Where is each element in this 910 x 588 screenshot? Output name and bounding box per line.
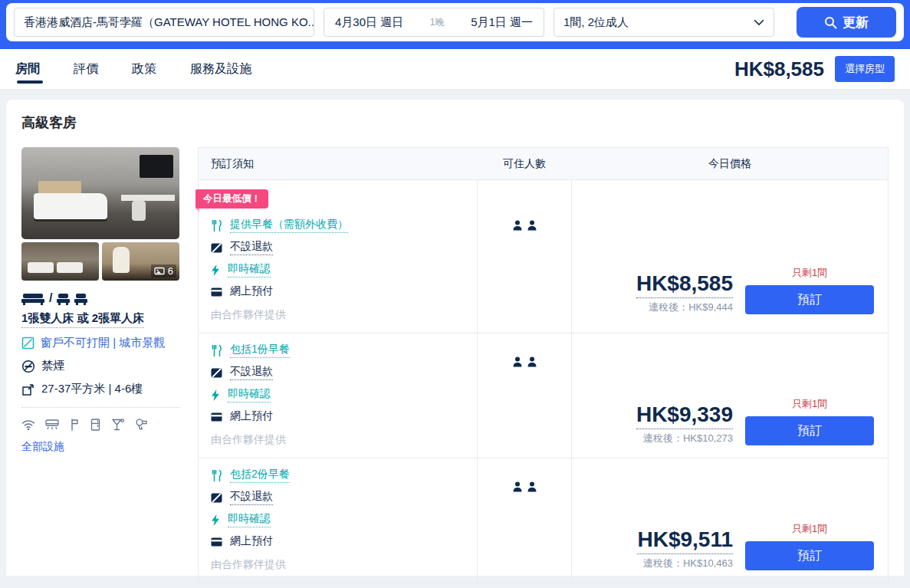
checkout-date[interactable]: 5月1日 週一 [471,15,533,30]
confirm-info[interactable]: 即時確認 [211,387,465,402]
refund-text[interactable]: 不設退款 [230,240,273,255]
refund-info[interactable]: 不設退款 [211,490,465,505]
chevron-down-icon [754,19,764,26]
refund-info[interactable]: 不設退款 [211,240,465,255]
header-price: 今日價格 [572,157,888,171]
room-summary-column: 6 / 1張雙人床 或 2張單人床 [21,147,179,588]
room-photo-thumb-2[interactable]: 6 [102,242,179,281]
payment-info: 網上預付 [211,284,465,299]
single-bed-icon [74,291,87,305]
date-range-picker[interactable]: 4月30日 週日 1晚 5月1日 週一 [324,8,544,37]
bed-type-text[interactable]: 1張雙人床 或 2張單人床 [21,311,144,328]
person-icon [512,481,523,492]
lowest-price-badge: 今日最低價！ [195,189,268,209]
photo-detail [140,155,173,178]
refund-text[interactable]: 不設退款 [230,365,273,380]
select-room-button[interactable]: 選擇房型 [835,56,895,82]
meal-info[interactable]: 提供早餐（需額外收費） [211,218,465,233]
person-icon [512,220,523,231]
tab-amenities[interactable]: 服務及設施 [190,49,251,90]
tab-list: 房間 評價 政策 服務及設施 [15,49,251,90]
window-info-line: 窗戶不可打開 | 城市景觀 [21,336,179,350]
no-refund-icon [211,242,222,254]
no-smoking-icon [21,360,35,373]
tab-rooms[interactable]: 房間 [15,49,40,90]
occupancy-cell [477,333,572,458]
double-bed-icon [21,291,44,305]
smoking-text: 禁煙 [41,359,64,373]
credit-card-icon [211,412,222,422]
person-icon [527,220,537,231]
room-price[interactable]: HK$9,511 [637,527,733,554]
search-bar: 香港港威酒店-馬哥孛羅（GATEWAY HOTEL HONG KO... 4月3… [6,3,904,41]
partner-note: 由合作夥伴提供 [211,433,465,447]
meal-info[interactable]: 包括2份早餐 [211,468,465,483]
payment-info: 網上預付 [211,534,465,549]
no-refund-icon [211,492,222,504]
area-floor-text: 27-37平方米 | 4-6樓 [41,382,143,396]
urgency-note: 只剩1間 [745,266,874,280]
window-icon [21,337,34,350]
confirm-info[interactable]: 即時確認 [211,262,465,278]
header-occupancy: 可住人數 [477,157,572,171]
meal-text[interactable]: 包括2份早餐 [230,468,290,483]
payment-text: 網上預付 [230,409,273,424]
confirm-info[interactable]: 即時確認 [211,512,465,527]
search-icon [824,16,837,29]
meal-text[interactable]: 提供早餐（需額外收費） [230,218,348,233]
confirm-text[interactable]: 即時確認 [228,262,271,278]
urgency-note: 只剩1間 [745,522,874,536]
book-button[interactable]: 預訂 [745,541,874,570]
refund-text[interactable]: 不設退款 [230,490,273,505]
person-icon [527,481,537,492]
meal-info[interactable]: 包括1份早餐 [211,343,465,358]
rate-table: 預訂須知 可住人數 今日價格 今日最低價！ 提供早餐（需額外收費） [198,147,889,588]
book-button[interactable]: 預訂 [745,285,874,314]
cocktail-icon [111,419,125,431]
room-area-icon [21,383,35,396]
no-refund-icon [211,367,222,379]
refund-info[interactable]: 不設退款 [211,365,465,380]
guests-select[interactable]: 1間, 2位成人 [554,8,774,37]
photo-count-value: 6 [168,265,173,277]
checkin-date[interactable]: 4月30日 週日 [335,15,403,30]
book-button[interactable]: 預訂 [745,416,874,445]
all-amenities-link[interactable]: 全部設施 [21,440,179,454]
photo-detail [28,262,54,273]
occupancy-cell [477,180,572,333]
update-search-button[interactable]: 更新 [797,7,896,38]
confirm-text[interactable]: 即時確認 [228,387,271,402]
price-cell: HK$8,585 連稅後：HK$9,444 只剩1間 預訂 [572,180,888,333]
confirm-text[interactable]: 即時確認 [228,512,271,527]
coat-rack-icon [69,419,80,431]
wifi-icon [21,419,35,431]
room-price[interactable]: HK$8,585 [636,271,733,298]
room-photo-main[interactable] [21,147,179,239]
collapse-rows-button[interactable]: 隱藏 [198,583,889,588]
photo-detail [34,193,107,219]
urgency-note: 只剩1間 [745,397,874,411]
photo-count-badge[interactable]: 6 [151,264,176,278]
lightning-icon [211,514,220,526]
payment-text: 網上預付 [230,534,273,549]
room-type-card: 高級客房 [6,100,904,576]
payment-info: 網上預付 [211,409,465,424]
room-photo-thumb-1[interactable] [21,242,99,281]
divider [21,407,179,408]
area-floor-line: 27-37平方米 | 4-6樓 [21,382,179,396]
partner-note: 由合作夥伴提供 [211,558,465,572]
tab-policies[interactable]: 政策 [132,49,156,90]
hair-dryer-icon [135,419,148,431]
tab-reviews[interactable]: 評價 [74,49,98,90]
refrigerator-icon [90,419,101,431]
nights-count: 1晚 [430,16,445,29]
bed-separator: / [49,291,52,305]
meal-text[interactable]: 包括1份早餐 [230,343,290,358]
photo-detail [121,195,175,201]
hotel-search-input[interactable]: 香港港威酒店-馬哥孛羅（GATEWAY HOTEL HONG KO... [14,8,314,37]
meal-icon [211,345,222,356]
amenity-icon-row [21,419,179,431]
photo-detail [132,201,146,221]
room-price[interactable]: HK$9,339 [636,402,733,429]
lowest-price: HK$8,585 [734,57,824,81]
